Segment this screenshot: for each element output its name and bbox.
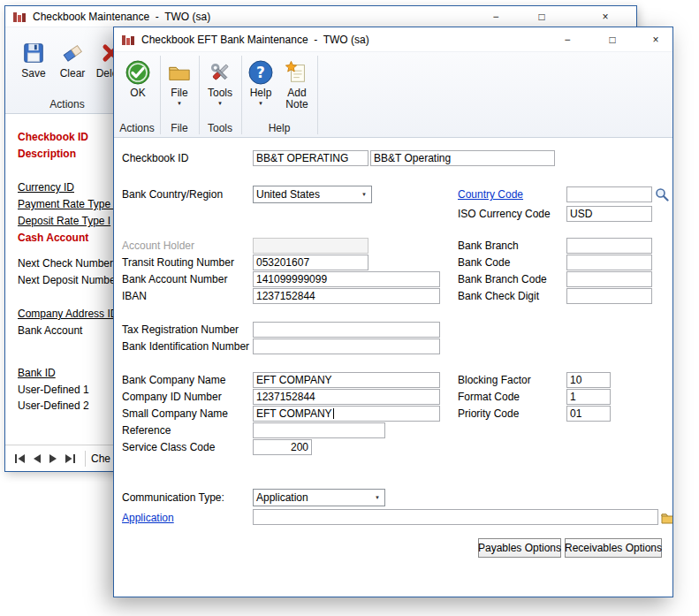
toolbar: OK File ▼ Tools ▼ ? Help ▼ [114,52,672,138]
communication-type-dropdown[interactable]: Application ▼ [253,489,385,506]
iso-currency-code-field[interactable]: USD [566,206,652,222]
checkbook-id-label: Checkbook ID [18,130,88,144]
actions-group-label: Actions [114,122,160,134]
ok-button[interactable]: OK [121,59,155,99]
country-code-field[interactable] [566,186,652,202]
maximize-icon[interactable]: □ [598,27,627,51]
bank-account-number-field[interactable]: 141099999099 [253,271,440,287]
bank-identification-number-label: Bank Identification Number [122,339,249,354]
service-class-code-label: Service Class Code [122,440,215,454]
add-note-button[interactable]: Add Note [280,59,314,110]
application-link[interactable]: Application [122,511,174,525]
help-group-label: Help [241,122,317,134]
checkbook-eft-bank-maintenance-window: Checkbook EFT Bank Maintenance - TWO (sa… [113,27,673,597]
communication-type-value: Application [256,491,308,504]
close-icon[interactable]: × [591,6,619,27]
close-icon[interactable]: × [642,27,670,51]
clear-icon [59,40,86,66]
receivables-options-button[interactable]: Receivables Options [565,538,662,558]
priority-code-label: Priority Code [458,407,519,421]
chevron-down-icon: ▼ [357,186,371,202]
reference-field[interactable] [253,422,385,438]
checkbook-description-field: BB&T Operating [370,150,555,166]
group-divider [317,56,318,134]
bank-branch-code-field[interactable] [566,271,652,287]
chevron-down-icon: ▼ [177,101,182,107]
bank-branch-label: Bank Branch [458,239,519,253]
account-holder-field [253,238,368,254]
minimize-icon[interactable]: − [482,6,510,27]
bank-branch-field[interactable] [566,238,652,254]
small-company-name-value: EFT COMPANY [256,407,332,420]
file-menu-button[interactable]: File ▼ [163,59,195,107]
tools-menu-button[interactable]: Tools ▼ [202,59,238,107]
bank-branch-code-label: Bank Branch Code [458,272,547,286]
bank-check-digit-label: Bank Check Digit [458,289,539,303]
next-record-button[interactable] [46,452,60,466]
next-check-number-label: Next Check Number [18,256,113,270]
blocking-factor-label: Blocking Factor [458,373,531,387]
transit-routing-number-field[interactable]: 053201607 [253,255,368,270]
reference-label: Reference [122,423,171,437]
bank-code-field[interactable] [566,255,652,270]
last-record-button[interactable] [63,452,77,466]
description-label: Description [18,147,76,161]
bank-code-label: Bank Code [458,255,510,270]
country-code-link[interactable]: Country Code [458,187,523,202]
app-icon [12,10,27,24]
format-code-label: Format Code [458,390,520,404]
clear-button[interactable]: Clear [55,40,90,80]
file-label: File [171,87,187,99]
bank-identification-number-field[interactable] [253,338,440,354]
ok-label: OK [130,87,145,99]
bank-company-name-field[interactable]: EFT COMPANY [253,372,440,388]
iban-field[interactable]: 1237152844 [253,288,440,304]
application-browse-button[interactable] [660,510,673,526]
country-code-lookup-button[interactable] [654,186,670,202]
user-defined-2-label: User-Defined 2 [18,399,89,413]
small-company-name-label: Small Company Name [122,407,228,421]
save-icon [20,40,47,66]
payment-rate-type-link[interactable]: Payment Rate Type I [18,197,117,211]
bank-id-link[interactable]: Bank ID [18,366,56,380]
minimize-icon[interactable]: − [553,27,581,51]
tax-registration-number-label: Tax Registration Number [122,323,239,337]
checkbook-id-field: BB&T OPERATING [253,150,368,166]
bottom-partial-text: Che [91,452,110,465]
maximize-icon[interactable]: □ [528,6,556,27]
window-title: Checkbook Maintenance - TWO (sa) [33,11,210,23]
ok-icon [125,59,151,86]
bank-country-dropdown[interactable]: United States ▼ [253,186,372,203]
bank-account-label: Bank Account [18,323,82,338]
save-button[interactable]: Save [16,40,51,80]
small-company-name-field[interactable]: EFT COMPANY [253,406,440,422]
checkbook-id-label: Checkbook ID [122,151,188,165]
file-folder-icon [166,59,193,86]
blocking-factor-field[interactable]: 10 [566,372,611,388]
previous-record-button[interactable] [29,452,43,466]
first-record-button[interactable] [12,452,27,466]
actions-group-label: Actions [5,98,129,110]
communication-type-label: Communication Type: [122,491,224,505]
deposit-rate-type-link[interactable]: Deposit Rate Type I [18,214,110,228]
tools-label: Tools [208,87,232,99]
titlebar[interactable]: Checkbook EFT Bank Maintenance - TWO (sa… [114,27,672,52]
clear-label: Clear [60,68,86,80]
payables-options-button[interactable]: Payables Options [478,538,561,558]
bank-check-digit-field[interactable] [566,288,652,304]
format-code-field[interactable]: 1 [566,389,611,405]
tools-icon [207,59,233,86]
company-id-number-field[interactable]: 1237152844 [253,389,440,405]
bank-country-value: United States [256,188,320,201]
service-class-code-field[interactable]: 200 [253,439,312,455]
iban-label: IBAN [122,289,147,303]
currency-id-link[interactable]: Currency ID [18,180,74,194]
company-id-number-label: Company ID Number [122,390,222,404]
bank-country-label: Bank Country/Region [122,187,223,202]
company-address-id-link[interactable]: Company Address ID [18,307,118,321]
titlebar[interactable]: Checkbook Maintenance - TWO (sa) − □ × [5,6,636,27]
help-menu-button[interactable]: ? Help ▼ [245,59,277,107]
priority-code-field[interactable]: 01 [566,406,611,422]
application-field[interactable] [253,509,658,525]
tax-registration-number-field[interactable] [253,322,440,338]
